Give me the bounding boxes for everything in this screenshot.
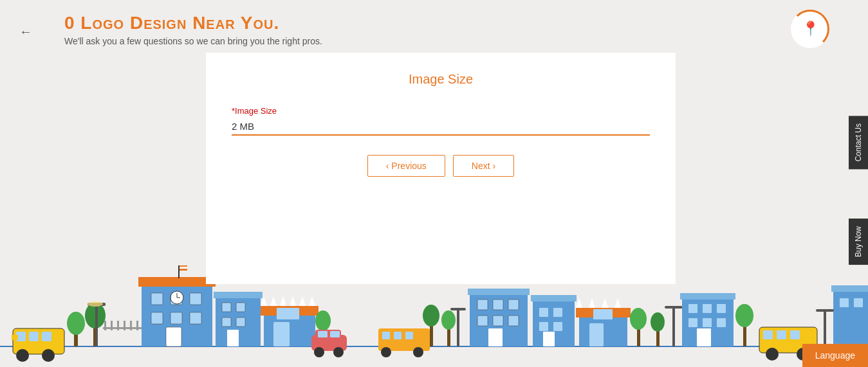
pin-icon-circle: 📍 [791, 10, 829, 48]
contact-us-sidebar[interactable]: Contact Us [849, 116, 868, 169]
svg-rect-72 [457, 308, 459, 346]
svg-rect-27 [166, 327, 181, 346]
svg-rect-123 [840, 298, 849, 307]
svg-rect-89 [543, 332, 555, 346]
svg-rect-105 [680, 293, 735, 300]
svg-rect-73 [450, 308, 466, 310]
svg-rect-85 [539, 308, 548, 317]
svg-point-60 [314, 347, 324, 357]
svg-rect-126 [816, 309, 834, 312]
svg-point-69 [423, 305, 439, 327]
image-size-field: *Image Size [232, 106, 650, 136]
field-label: *Image Size [232, 106, 650, 116]
svg-rect-12 [103, 327, 142, 329]
page-title: 0 Logo Design Near You. [64, 13, 842, 33]
svg-rect-58 [318, 331, 328, 337]
svg-rect-4 [42, 332, 51, 341]
svg-point-6 [42, 349, 55, 362]
svg-rect-53 [95, 303, 98, 346]
svg-rect-117 [777, 330, 786, 339]
svg-rect-3 [29, 332, 39, 341]
svg-marker-93 [589, 298, 595, 308]
svg-point-119 [766, 348, 779, 361]
svg-rect-23 [190, 293, 201, 305]
page-subtitle: We'll ask you a few questions so we can … [64, 36, 842, 46]
svg-rect-13 [104, 321, 106, 330]
buy-now-sidebar[interactable]: Buy Now [849, 219, 868, 265]
svg-point-9 [67, 312, 85, 335]
card-title: Image Size [232, 72, 650, 87]
svg-rect-37 [236, 303, 245, 312]
svg-rect-26 [190, 312, 201, 324]
svg-rect-77 [493, 300, 503, 310]
svg-rect-38 [222, 318, 231, 327]
svg-rect-14 [111, 321, 113, 330]
previous-button[interactable]: ‹ Previous [367, 155, 445, 177]
svg-rect-17 [130, 321, 132, 330]
svg-rect-103 [665, 306, 683, 309]
svg-marker-95 [614, 298, 621, 308]
svg-rect-15 [117, 321, 119, 330]
svg-rect-24 [151, 312, 163, 324]
svg-rect-125 [824, 309, 826, 346]
pin-icon: 📍 [802, 21, 819, 37]
svg-point-61 [333, 347, 344, 357]
svg-rect-20 [138, 277, 216, 287]
svg-rect-16 [124, 321, 125, 330]
svg-rect-50 [277, 308, 299, 319]
svg-point-55 [88, 301, 103, 307]
svg-rect-40 [227, 330, 239, 346]
svg-marker-48 [309, 296, 315, 306]
svg-marker-92 [576, 298, 582, 308]
svg-rect-102 [672, 306, 675, 346]
svg-rect-122 [831, 285, 868, 292]
svg-rect-88 [553, 322, 562, 331]
back-arrow-button[interactable]: ← [19, 24, 32, 39]
svg-rect-79 [477, 316, 488, 326]
svg-rect-82 [488, 328, 503, 346]
svg-rect-84 [531, 295, 577, 301]
svg-rect-86 [553, 308, 562, 317]
svg-point-99 [630, 308, 647, 330]
svg-rect-110 [703, 318, 712, 327]
svg-rect-31 [178, 265, 180, 278]
image-size-input[interactable] [232, 118, 650, 136]
svg-rect-78 [508, 300, 519, 310]
next-button[interactable]: Next › [453, 155, 514, 177]
svg-point-5 [16, 349, 29, 362]
svg-rect-39 [236, 318, 245, 327]
svg-rect-49 [273, 322, 290, 346]
svg-marker-46 [290, 296, 296, 306]
svg-marker-94 [602, 298, 608, 308]
svg-rect-7 [12, 335, 18, 340]
svg-point-71 [441, 310, 456, 330]
svg-rect-107 [703, 304, 712, 313]
svg-rect-106 [688, 304, 697, 313]
svg-point-52 [315, 310, 331, 331]
svg-rect-81 [508, 316, 519, 326]
svg-point-114 [735, 304, 753, 327]
svg-rect-76 [477, 300, 488, 310]
svg-point-66 [381, 347, 391, 357]
svg-rect-80 [493, 316, 503, 326]
svg-rect-21 [151, 293, 163, 305]
svg-rect-33 [180, 267, 187, 269]
svg-marker-44 [270, 296, 277, 306]
svg-rect-25 [171, 312, 182, 324]
svg-marker-45 [280, 296, 286, 306]
svg-marker-47 [299, 296, 306, 306]
svg-rect-96 [589, 323, 604, 346]
language-button[interactable]: Language [802, 344, 868, 367]
svg-rect-121 [833, 290, 868, 346]
svg-rect-124 [854, 298, 863, 307]
svg-point-101 [651, 312, 665, 332]
nav-buttons: ‹ Previous Next › [232, 155, 650, 177]
svg-rect-108 [717, 304, 726, 313]
svg-point-67 [413, 347, 423, 357]
svg-rect-75 [468, 289, 530, 295]
main-card: Image Size *Image Size ‹ Previous Next › [206, 53, 676, 284]
svg-rect-111 [717, 318, 726, 327]
svg-rect-87 [539, 322, 548, 331]
svg-rect-116 [763, 330, 773, 339]
svg-rect-97 [593, 309, 613, 319]
